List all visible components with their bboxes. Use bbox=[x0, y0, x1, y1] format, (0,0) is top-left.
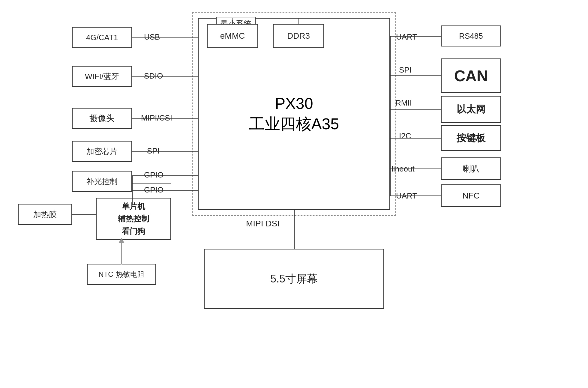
line-wifi-h bbox=[132, 76, 198, 77]
line-mcu-v bbox=[132, 183, 133, 205]
left-bus-v bbox=[198, 37, 199, 190]
camera-box: 摄像头 bbox=[72, 108, 132, 129]
rmii-label: RMII bbox=[395, 98, 412, 108]
can-box: CAN bbox=[441, 58, 501, 93]
line-mcu-gpio bbox=[132, 183, 171, 184]
ntc-line-v bbox=[121, 240, 122, 264]
block-diagram: PX30工业四核A35 最小系统 eMMC DDR3 4G/CAT1 USB W… bbox=[0, 0, 588, 388]
line-can bbox=[390, 75, 441, 76]
wifi-box: WIFI/蓝牙 bbox=[72, 66, 132, 87]
line-4g-h bbox=[132, 37, 198, 38]
line-nfc bbox=[390, 195, 441, 196]
ddr3-box: DDR3 bbox=[273, 24, 324, 48]
ethernet-box: 以太网 bbox=[441, 96, 501, 123]
line-light2 bbox=[132, 190, 198, 191]
line-speaker bbox=[390, 169, 441, 169]
ntc-arrow bbox=[118, 238, 124, 243]
gpio2-label: GPIO bbox=[144, 185, 164, 195]
keypad-box: 按键板 bbox=[441, 125, 501, 151]
line-ethernet bbox=[390, 109, 441, 110]
ntc-box: NTC-热敏电阻 bbox=[87, 264, 156, 285]
screen-box: 5.5寸屏幕 bbox=[204, 249, 384, 309]
usb-label: USB bbox=[144, 32, 160, 42]
gpio1-label: GPIO bbox=[144, 170, 164, 180]
nfc-box: NFC bbox=[441, 184, 501, 207]
line-rs485 bbox=[390, 36, 441, 37]
spi-left-label: SPI bbox=[147, 146, 160, 156]
line-cryp-h bbox=[132, 151, 198, 152]
uart1-label: UART bbox=[396, 32, 417, 42]
line-heating bbox=[72, 214, 96, 215]
speaker-box: 喇叭 bbox=[441, 157, 501, 180]
emmc-box: eMMC bbox=[207, 24, 258, 48]
mipi-csi-label: MIPI/CSI bbox=[141, 113, 172, 123]
mcu-box: 单片机辅热控制看门狗 bbox=[96, 198, 171, 240]
sdio-label: SDIO bbox=[144, 71, 163, 81]
spi-right-label: SPI bbox=[399, 65, 412, 75]
line-light1 bbox=[132, 175, 198, 176]
right-bus-v bbox=[390, 36, 391, 195]
mipi-dsi-label: MIPI DSI bbox=[246, 219, 280, 228]
i2c-label: I2C bbox=[399, 131, 411, 141]
line-cam-h bbox=[132, 118, 198, 119]
line-keypad bbox=[390, 138, 441, 139]
light-box: 补光控制 bbox=[72, 171, 132, 192]
4g-box: 4G/CAT1 bbox=[72, 27, 132, 48]
heating-box: 加热膜 bbox=[18, 204, 72, 225]
rs485-box: RS485 bbox=[441, 25, 501, 46]
line-dsi-v bbox=[294, 210, 295, 249]
crypto-box: 加密芯片 bbox=[72, 141, 132, 162]
